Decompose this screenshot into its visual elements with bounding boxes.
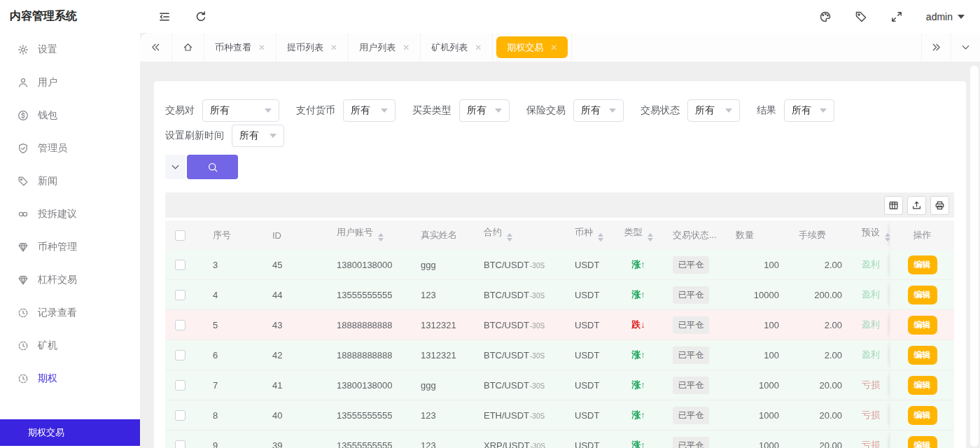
- tab-bar: 币种查看✕提币列表✕用户列表✕矿机列表✕期权交易✕: [140, 33, 980, 62]
- sidebar-item[interactable]: 用户: [0, 66, 140, 99]
- select-all-checkbox[interactable]: [175, 230, 186, 241]
- refresh-icon[interactable]: [195, 10, 207, 23]
- tabs-scroll-right-button[interactable]: [921, 33, 951, 62]
- row-checkbox[interactable]: [175, 260, 186, 270]
- column-header-label: 交易状态...: [673, 230, 717, 240]
- print-button[interactable]: [930, 196, 949, 215]
- user-menu[interactable]: admin: [926, 11, 965, 22]
- action-cell: 编辑: [890, 340, 954, 370]
- contract-pair: BTC/USDT: [484, 350, 529, 360]
- sidebar-item[interactable]: 期权: [0, 362, 140, 395]
- sidebar-item[interactable]: 新闻: [0, 164, 140, 197]
- content-card: 交易对所有支付货币所有买卖类型所有保险交易所有交易状态所有结果所有设置刷新时间所…: [154, 81, 966, 448]
- sidebar-item[interactable]: 杠杆交易: [0, 263, 140, 296]
- row-checkbox[interactable]: [175, 440, 186, 448]
- edit-button[interactable]: 编辑: [908, 406, 937, 425]
- edit-button[interactable]: 编辑: [908, 436, 937, 448]
- fullscreen-icon[interactable]: [890, 10, 903, 23]
- close-icon[interactable]: ✕: [330, 43, 337, 52]
- close-icon[interactable]: ✕: [258, 43, 265, 52]
- column-header[interactable]: 币种: [565, 220, 614, 250]
- columns-button[interactable]: [884, 196, 903, 215]
- edit-button[interactable]: 编辑: [908, 255, 937, 274]
- app-title: 内容管理系统: [0, 9, 140, 24]
- row-checkbox[interactable]: [175, 350, 186, 360]
- column-header[interactable]: 类型: [614, 220, 663, 250]
- edit-button[interactable]: 编辑: [908, 376, 937, 395]
- column-header[interactable]: 用户账号: [327, 220, 411, 250]
- row-checkbox[interactable]: [175, 320, 186, 330]
- sidebar-menu: 设置用户钱包管理员新闻投拆建议币种管理杠杆交易记录查看矿机期权: [0, 33, 140, 395]
- filter-select-value: 所有: [351, 104, 370, 117]
- id-cell: 45: [262, 250, 327, 280]
- coin-cell: USDT: [565, 430, 614, 448]
- history-icon: [18, 373, 29, 384]
- filter-select[interactable]: 所有: [784, 99, 834, 122]
- fee-cell: 2.00: [789, 340, 852, 370]
- contract-period: -30S: [530, 382, 545, 390]
- close-icon[interactable]: ✕: [550, 43, 557, 52]
- fee-cell: 20.00: [789, 430, 852, 448]
- sort-icon[interactable]: [507, 230, 512, 244]
- sidebar-item-label: 矿机: [38, 340, 57, 352]
- status-badge: 已平仓: [673, 316, 709, 334]
- sidebar-item[interactable]: 钱包: [0, 99, 140, 132]
- topbar-right-icons: admin: [819, 10, 980, 23]
- tab[interactable]: 用户列表✕: [349, 33, 421, 62]
- row-select-cell: [165, 370, 203, 400]
- sort-icon[interactable]: [885, 230, 890, 244]
- row-checkbox[interactable]: [175, 380, 186, 391]
- sidebar-item[interactable]: 管理员: [0, 132, 140, 164]
- menu-fold-icon[interactable]: [158, 10, 171, 23]
- sidebar-item[interactable]: 记录查看: [0, 296, 140, 329]
- palette-icon[interactable]: [819, 10, 832, 23]
- sort-icon[interactable]: [598, 230, 603, 244]
- tag-icon[interactable]: [855, 10, 867, 23]
- tab-active[interactable]: 期权交易✕: [493, 33, 572, 62]
- tabs-dropdown-button[interactable]: [951, 33, 980, 62]
- filter-select[interactable]: 所有: [459, 99, 510, 122]
- search-button[interactable]: [187, 155, 238, 179]
- edit-button[interactable]: 编辑: [908, 286, 937, 304]
- sidebar-item[interactable]: 币种管理: [0, 230, 140, 263]
- filter-select[interactable]: 所有: [573, 99, 624, 122]
- account-cell: 13800138000: [327, 250, 411, 280]
- tabs-scroll-left-button[interactable]: [140, 33, 172, 62]
- tab[interactable]: 币种查看✕: [204, 33, 276, 62]
- sidebar-subitem-option-trade[interactable]: 期权交易: [0, 419, 140, 446]
- home-tab-button[interactable]: [172, 33, 204, 62]
- collapse-filters-button[interactable]: [165, 155, 186, 179]
- tab[interactable]: 提币列表✕: [276, 33, 349, 62]
- edit-button[interactable]: 编辑: [908, 316, 937, 335]
- tab[interactable]: 矿机列表✕: [421, 33, 493, 62]
- contract-pair: BTC/USDT: [484, 290, 529, 300]
- fee-cell: 200.00: [789, 280, 852, 310]
- fee-cell: 20.00: [789, 400, 852, 430]
- export-button[interactable]: [907, 196, 926, 215]
- row-checkbox[interactable]: [175, 410, 186, 421]
- close-icon[interactable]: ✕: [475, 43, 482, 52]
- row-checkbox[interactable]: [175, 290, 186, 300]
- filter-select[interactable]: 所有: [343, 99, 396, 122]
- sidebar-item[interactable]: 投拆建议: [0, 197, 140, 230]
- sidebar-item[interactable]: 设置: [0, 33, 140, 66]
- edit-button[interactable]: 编辑: [908, 346, 937, 365]
- filter-select[interactable]: 所有: [232, 125, 284, 147]
- sidebar-item[interactable]: 矿机: [0, 329, 140, 362]
- filter-select[interactable]: 所有: [687, 99, 740, 122]
- filter-group: 保险交易所有: [526, 99, 624, 122]
- seq-cell: 4: [203, 280, 262, 310]
- filter-select[interactable]: 所有: [202, 99, 279, 122]
- vertical-scrollbar[interactable]: [970, 66, 979, 447]
- sort-icon[interactable]: [378, 230, 384, 244]
- gem-icon: [18, 241, 29, 253]
- contract-period: -30S: [531, 442, 545, 448]
- sort-icon[interactable]: [648, 230, 653, 244]
- tab-pill[interactable]: 期权交易✕: [496, 36, 568, 58]
- filter-label: 设置刷新时间: [165, 130, 224, 142]
- column-header[interactable]: 合约: [474, 220, 565, 250]
- filter-group: 支付货币所有: [296, 99, 396, 122]
- close-icon[interactable]: ✕: [402, 43, 410, 52]
- filter-select-value: 所有: [792, 104, 811, 117]
- column-header[interactable]: 预设: [852, 220, 890, 250]
